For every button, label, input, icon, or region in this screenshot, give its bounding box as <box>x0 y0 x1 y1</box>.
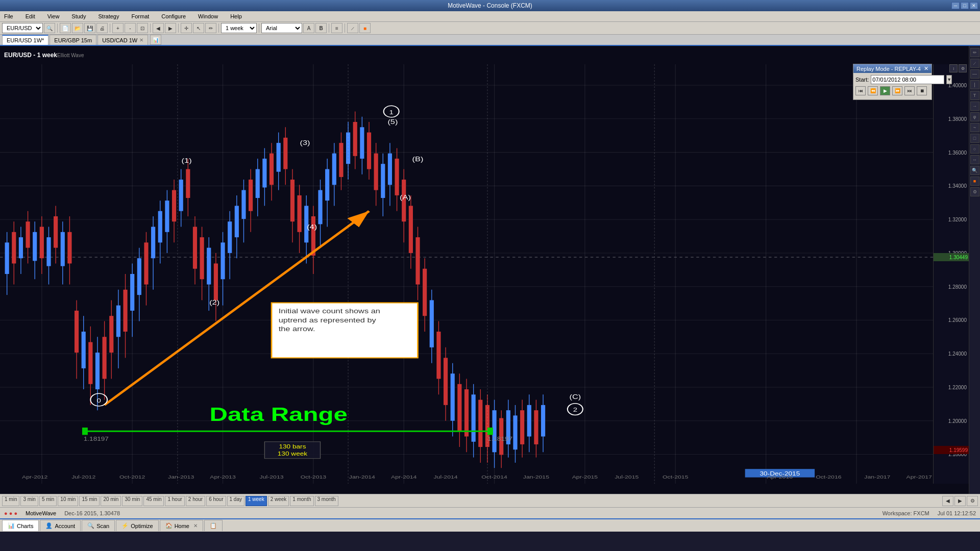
menu-help[interactable]: Help <box>228 13 244 20</box>
replay-stop-button[interactable]: ⏹ <box>917 86 927 95</box>
rt-zoom-button[interactable]: 🔍 <box>970 166 979 175</box>
tf-3month[interactable]: 3 month <box>315 496 338 506</box>
save-button[interactable]: 💾 <box>84 23 95 33</box>
replay-start-input[interactable] <box>871 75 944 84</box>
tf-1hour[interactable]: 1 hour <box>165 496 184 506</box>
crosshair-button[interactable]: ✛ <box>181 23 192 33</box>
menu-file[interactable]: File <box>2 13 15 20</box>
account-tab-label: Account <box>55 523 75 529</box>
tf-1min[interactable]: 1 min <box>2 496 19 506</box>
rt-draw-button[interactable]: ✏ <box>970 48 979 57</box>
line-tool-button[interactable]: ⟋ <box>347 23 358 33</box>
tf-20min[interactable]: 20 min <box>101 496 121 506</box>
tf-10min[interactable]: 10 min <box>58 496 78 506</box>
add-chart-tab-button[interactable]: 📊 <box>150 35 161 45</box>
rt-measure-button[interactable]: ↔ <box>970 155 979 164</box>
replay-to-end-button[interactable]: ⏭ <box>904 86 915 95</box>
align-button[interactable]: ≡ <box>331 23 342 33</box>
menu-study[interactable]: Study <box>69 13 88 20</box>
menu-configure[interactable]: Configure <box>159 13 188 20</box>
back-button[interactable]: ◀ <box>153 23 164 33</box>
chart-title: EUR/USD - 1 week <box>4 52 57 59</box>
print-button[interactable]: 🖨 <box>96 23 108 33</box>
replay-start-dropdown-button[interactable]: ▼ <box>946 75 952 84</box>
replay-close-button[interactable]: ✕ <box>924 65 928 72</box>
symbol-dropdown[interactable]: EUR/USD <box>2 23 43 33</box>
tab-close-usdcad[interactable]: ✕ <box>139 37 143 43</box>
bottom-tab-home[interactable]: 🏠 Home ✕ <box>160 520 203 531</box>
bottom-tab-optimize[interactable]: ⚡ Optimize <box>116 520 158 531</box>
menu-window[interactable]: Window <box>196 13 220 20</box>
color-button[interactable]: ■ <box>359 23 371 33</box>
tf-1week[interactable]: 1 week <box>246 496 267 506</box>
bottom-tab-scan[interactable]: 🔍 Scan <box>82 520 115 531</box>
svg-rect-115 <box>318 190 322 224</box>
bottom-tab-extra[interactable]: 📋 <box>204 520 223 531</box>
zoom-out-button[interactable]: - <box>125 23 136 33</box>
chart-scroll-left[interactable]: ◀ <box>942 496 953 506</box>
bold-button[interactable]: B <box>315 23 327 33</box>
price-label-134: 1.34000 <box>948 183 967 189</box>
rt-settings-button[interactable]: ⚙ <box>970 187 979 196</box>
chart-settings-tf[interactable]: ⚙ <box>967 496 978 506</box>
rt-fib-button[interactable]: φ <box>970 112 979 121</box>
chart-scroll-right[interactable]: ▶ <box>954 496 966 506</box>
new-chart-button[interactable]: 📄 <box>60 23 71 33</box>
menu-strategy[interactable]: Strategy <box>96 13 121 20</box>
replay-to-start-button[interactable]: ⏮ <box>855 86 866 95</box>
bottom-tab-account[interactable]: 👤 Account <box>40 520 81 531</box>
forward-button[interactable]: ▶ <box>165 23 176 33</box>
chart-expand-button[interactable]: ↕ <box>949 64 958 72</box>
replay-play-button[interactable]: ▶ <box>880 86 890 95</box>
tf-15min[interactable]: 15 min <box>79 496 100 506</box>
rt-color-button[interactable]: ■ <box>970 177 979 186</box>
zoom-in-button[interactable]: + <box>112 23 124 33</box>
tf-2week[interactable]: 2 week <box>268 496 289 506</box>
search-button[interactable]: 🔍 <box>44 23 55 33</box>
rt-vline-button[interactable]: | <box>970 80 979 89</box>
tf-45min[interactable]: 45 min <box>143 496 164 506</box>
font-size-button[interactable]: A <box>303 23 314 33</box>
close-button[interactable]: ✕ <box>970 2 978 9</box>
rt-wave-button[interactable]: ~ <box>970 123 979 132</box>
pencil-button[interactable]: ✏ <box>205 23 216 33</box>
period-dropdown[interactable]: 1 week <box>221 23 257 33</box>
svg-rect-45 <box>75 311 79 353</box>
tf-5min[interactable]: 5 min <box>39 496 57 506</box>
svg-text:1: 1 <box>389 109 393 115</box>
tab-eurgbp-15m[interactable]: EUR/GBP 15m <box>50 35 96 45</box>
tf-30min[interactable]: 30 min <box>122 496 142 506</box>
replay-step-back-button[interactable]: ⏪ <box>868 86 878 95</box>
chart-area[interactable]: EUR/USD - 1 week Elliott Wave ↕ ⚙ <box>0 46 969 494</box>
fit-button[interactable]: ⊡ <box>137 23 148 33</box>
rt-hline-button[interactable]: — <box>970 69 979 79</box>
home-tab-close[interactable]: ✕ <box>193 523 198 529</box>
svg-rect-125 <box>353 122 357 156</box>
tf-1month[interactable]: 1 month <box>290 496 313 506</box>
tf-3min[interactable]: 3 min <box>20 496 38 506</box>
svg-rect-105 <box>283 138 287 169</box>
rt-rect-button[interactable]: □ <box>970 134 979 143</box>
menu-format[interactable]: Format <box>129 13 151 20</box>
tf-2hour[interactable]: 2 hour <box>186 496 205 506</box>
menu-edit[interactable]: Edit <box>23 13 37 20</box>
chart-settings-button[interactable]: ⚙ <box>959 64 967 72</box>
open-button[interactable]: 📂 <box>72 23 83 33</box>
tab-eurusd-1w[interactable]: EUR/USD 1W* <box>2 35 48 45</box>
price-label-124: 1.24000 <box>948 351 967 357</box>
tf-6hour[interactable]: 6 hour <box>206 496 226 506</box>
minimize-button[interactable]: ─ <box>951 2 960 9</box>
rt-text-button[interactable]: T <box>970 91 979 100</box>
rt-circle-button[interactable]: ○ <box>970 144 979 154</box>
rt-line-button[interactable]: ⟋ <box>970 59 979 68</box>
replay-step-forward-button[interactable]: ⏩ <box>892 86 902 95</box>
font-dropdown[interactable]: Arial <box>261 23 302 33</box>
bottom-tab-charts[interactable]: 📊 Charts <box>2 520 39 531</box>
rt-arrow-button[interactable]: → <box>970 102 979 111</box>
tf-1day[interactable]: 1 day <box>227 496 244 506</box>
tab-label-eurusd: EUR/USD 1W* <box>7 37 44 43</box>
pointer-button[interactable]: ↖ <box>193 23 204 33</box>
maximize-button[interactable]: □ <box>961 2 969 9</box>
menu-view[interactable]: View <box>45 13 62 20</box>
tab-usdcad-1w[interactable]: USD/CAD 1W ✕ <box>97 35 148 45</box>
